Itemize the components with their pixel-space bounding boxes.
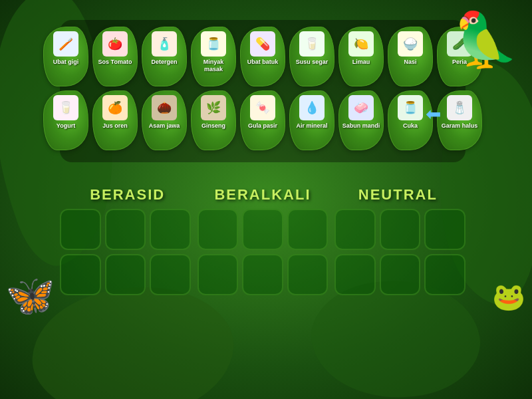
drop-slot-alkali-2[interactable] — [242, 209, 283, 250]
drop-row-neutral-2 — [334, 254, 466, 295]
drop-slot-alkali-1[interactable] — [198, 209, 239, 250]
drop-column-neutral — [334, 209, 466, 295]
drop-slot-acid-1[interactable] — [60, 209, 101, 250]
item-asam-jawa[interactable]: 🌰Asam jawa — [142, 90, 187, 150]
drop-slot-alkali-5[interactable] — [242, 254, 283, 295]
drop-column-alkali — [198, 209, 329, 295]
item-air-mineral[interactable]: 💧Air mineral — [289, 90, 334, 150]
drop-zones — [60, 209, 466, 295]
item-img-ginseng: 🌿 — [201, 95, 226, 120]
drop-row-acid-2 — [60, 254, 191, 295]
item-ubat-gigi[interactable]: 🪥Ubat gigi — [43, 27, 88, 86]
item-img-asam-jawa: 🌰 — [152, 95, 177, 120]
item-label-yogurt: Yogurt — [57, 122, 75, 130]
drop-slot-neutral-1[interactable] — [334, 209, 376, 250]
drop-slot-acid-5[interactable] — [105, 254, 146, 295]
item-label-susu-segar: Susu segar — [296, 59, 329, 66]
drop-row-acid-1 — [60, 209, 191, 250]
item-limau[interactable]: 🍋Limau — [338, 27, 384, 86]
drop-row-neutral-1 — [334, 209, 466, 250]
item-img-yogurt: 🥛 — [53, 95, 78, 120]
drop-slot-alkali-6[interactable] — [287, 254, 329, 295]
item-label-minyak-masak: Minyak masak — [194, 59, 233, 73]
item-yogurt[interactable]: 🥛Yogurt — [43, 90, 88, 150]
items-grid: 🪥Ubat gigi🍅Sos Tomato🧴Detergen🫙Minyak ma… — [66, 27, 459, 150]
item-detergen[interactable]: 🧴Detergen — [142, 27, 187, 86]
item-gula-pasir[interactable]: 🍬Gula pasir — [240, 90, 285, 150]
item-label-ginseng: Ginseng — [201, 122, 225, 130]
item-label-sabun-mandi: Sabun mandi — [342, 122, 380, 130]
frog-decoration: 🐸 — [492, 281, 525, 313]
item-img-gula-pasir: 🍬 — [250, 95, 275, 120]
item-label-gula-pasir: Gula pasir — [248, 122, 277, 130]
item-label-jus-oren: Jus oren — [102, 122, 128, 130]
drop-slot-alkali-3[interactable] — [287, 209, 329, 250]
item-img-nasi: 🍚 — [398, 31, 423, 57]
item-nasi[interactable]: 🍚Nasi — [388, 27, 433, 86]
item-label-ubat-batuk: Ubat batuk — [247, 59, 279, 66]
drop-slot-neutral-4[interactable] — [334, 254, 376, 295]
drop-slot-acid-3[interactable] — [150, 209, 191, 250]
categories-row: BERASID BERALKALI NEUTRAL — [60, 186, 466, 203]
item-label-air-mineral: Air mineral — [296, 122, 327, 130]
category-acid-label: BERASID — [65, 186, 191, 203]
item-label-detergen: Detergen — [151, 59, 177, 66]
item-label-limau: Limau — [352, 59, 370, 66]
items-panel: 🪥Ubat gigi🍅Sos Tomato🧴Detergen🫙Minyak ma… — [60, 20, 466, 162]
item-ginseng[interactable]: 🌿Ginseng — [191, 90, 236, 150]
item-susu-segar[interactable]: 🥛Susu segar — [289, 27, 334, 86]
item-label-sos-tomato: Sos Tomato — [98, 59, 132, 66]
arrow-indicator: ⬅ — [426, 103, 441, 125]
item-img-sos-tomato: 🍅 — [102, 31, 128, 57]
drop-slot-alkali-4[interactable] — [198, 254, 239, 295]
item-sabun-mandi[interactable]: 🧼Sabun mandi — [338, 90, 384, 150]
drop-slot-neutral-6[interactable] — [424, 254, 466, 295]
toucan-decoration: 🦜 — [452, 13, 519, 66]
item-ubat-batuk[interactable]: 💊Ubat batuk — [240, 27, 285, 86]
item-sos-tomato[interactable]: 🍅Sos Tomato — [92, 27, 138, 86]
drop-slot-acid-2[interactable] — [105, 209, 146, 250]
item-label-asam-jawa: Asam jawa — [149, 122, 180, 130]
drop-slot-acid-6[interactable] — [150, 254, 191, 295]
category-neutral-label: NEUTRAL — [334, 186, 461, 203]
item-img-minyak-masak: 🫙 — [201, 31, 226, 57]
drop-row-alkali-2 — [198, 254, 329, 295]
item-jus-oren[interactable]: 🍊Jus oren — [92, 90, 138, 150]
drop-column-acid — [60, 209, 191, 295]
item-label-nasi: Nasi — [404, 59, 416, 66]
item-img-air-mineral: 💧 — [299, 95, 325, 120]
item-img-ubat-batuk: 💊 — [250, 31, 275, 57]
drop-row-alkali-1 — [198, 209, 329, 250]
drop-slot-neutral-3[interactable] — [424, 209, 466, 250]
item-label-garam-halus: Garam halus — [442, 122, 478, 130]
item-img-detergen: 🧴 — [152, 31, 177, 57]
item-garam-halus[interactable]: 🧂Garam halus — [437, 90, 482, 150]
item-img-ubat-gigi: 🪥 — [53, 31, 78, 57]
category-alkali-label: BERALKALI — [200, 186, 326, 203]
bottom-panel: BERASID BERALKALI NEUTRAL — [60, 186, 466, 295]
item-label-ubat-gigi: Ubat gigi — [53, 59, 79, 66]
item-minyak-masak[interactable]: 🫙Minyak masak — [191, 27, 236, 86]
drop-slot-neutral-2[interactable] — [380, 209, 421, 250]
item-img-cuka: 🫙 — [398, 95, 423, 120]
item-img-sabun-mandi: 🧼 — [348, 95, 374, 120]
item-label-cuka: Cuka — [403, 122, 418, 130]
butterfly-decoration: 🦋 — [5, 272, 55, 319]
item-img-garam-halus: 🧂 — [447, 95, 472, 120]
drop-slot-acid-4[interactable] — [60, 254, 101, 295]
item-img-jus-oren: 🍊 — [102, 95, 128, 120]
item-img-limau: 🍋 — [348, 31, 374, 57]
drop-slot-neutral-5[interactable] — [380, 254, 421, 295]
item-img-susu-segar: 🥛 — [299, 31, 325, 57]
